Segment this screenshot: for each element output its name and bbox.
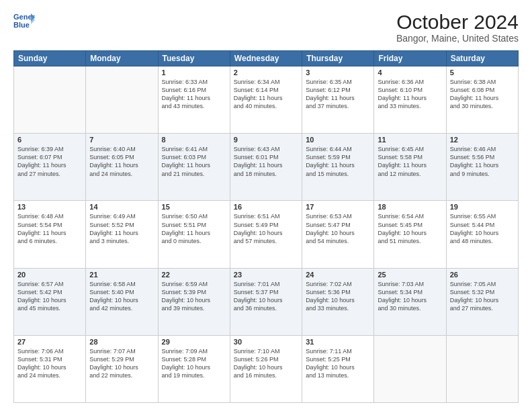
main-title: October 2024: [396, 11, 519, 33]
calendar-week-4: 20Sunrise: 6:57 AMSunset: 5:42 PMDayligh…: [14, 268, 519, 335]
table-row: 29Sunrise: 7:09 AMSunset: 5:28 PMDayligh…: [158, 335, 230, 402]
day-info: Sunrise: 6:34 AMSunset: 6:14 PMDaylight:…: [234, 78, 298, 111]
day-number: 17: [306, 203, 370, 211]
day-info: Sunrise: 7:01 AMSunset: 5:37 PMDaylight:…: [234, 280, 298, 313]
day-number: 14: [89, 203, 154, 211]
day-info: Sunrise: 7:02 AMSunset: 5:36 PMDaylight:…: [306, 280, 370, 313]
col-monday: Monday: [86, 51, 158, 66]
calendar-table: Sunday Monday Tuesday Wednesday Thursday…: [13, 50, 519, 403]
day-info: Sunrise: 6:43 AMSunset: 6:01 PMDaylight:…: [234, 145, 298, 178]
table-row: 14Sunrise: 6:49 AMSunset: 5:52 PMDayligh…: [86, 201, 158, 268]
day-number: 21: [89, 271, 154, 279]
table-row: 7Sunrise: 6:40 AMSunset: 6:05 PMDaylight…: [86, 134, 158, 201]
day-info: Sunrise: 7:07 AMSunset: 5:29 PMDaylight:…: [89, 347, 154, 380]
table-row: 26Sunrise: 7:05 AMSunset: 5:32 PMDayligh…: [446, 268, 518, 335]
day-info: Sunrise: 6:49 AMSunset: 5:52 PMDaylight:…: [89, 212, 154, 245]
day-info: Sunrise: 6:58 AMSunset: 5:40 PMDaylight:…: [89, 280, 154, 313]
day-number: 5: [450, 68, 515, 77]
day-info: Sunrise: 6:40 AMSunset: 6:05 PMDaylight:…: [89, 145, 154, 178]
day-info: Sunrise: 6:55 AMSunset: 5:44 PMDaylight:…: [450, 212, 515, 245]
day-number: 24: [306, 271, 370, 279]
day-info: Sunrise: 6:51 AMSunset: 5:49 PMDaylight:…: [234, 212, 298, 245]
day-number: 13: [17, 203, 82, 211]
day-number: 9: [234, 136, 298, 144]
header: General Blue October 2024 Bangor, Maine,…: [13, 11, 519, 44]
day-number: 27: [17, 338, 82, 346]
table-row: 23Sunrise: 7:01 AMSunset: 5:37 PMDayligh…: [230, 268, 302, 335]
calendar-week-2: 6Sunrise: 6:39 AMSunset: 6:07 PMDaylight…: [14, 134, 519, 201]
table-row: 12Sunrise: 6:46 AMSunset: 5:56 PMDayligh…: [446, 134, 518, 201]
table-row: [14, 66, 86, 134]
day-info: Sunrise: 6:54 AMSunset: 5:45 PMDaylight:…: [378, 212, 442, 245]
table-row: 17Sunrise: 6:53 AMSunset: 5:47 PMDayligh…: [302, 201, 374, 268]
day-number: 12: [450, 136, 515, 144]
day-number: 6: [17, 136, 82, 144]
svg-text:Blue: Blue: [13, 21, 30, 29]
day-number: 31: [306, 338, 370, 346]
day-number: 2: [234, 68, 298, 77]
calendar-week-1: 1Sunrise: 6:33 AMSunset: 6:16 PMDaylight…: [14, 66, 519, 134]
day-info: Sunrise: 6:57 AMSunset: 5:42 PMDaylight:…: [17, 280, 82, 313]
day-number: 1: [162, 68, 226, 77]
table-row: 21Sunrise: 6:58 AMSunset: 5:40 PMDayligh…: [86, 268, 158, 335]
day-info: Sunrise: 6:44 AMSunset: 5:59 PMDaylight:…: [306, 145, 370, 178]
page: General Blue October 2024 Bangor, Maine,…: [0, 0, 532, 411]
day-info: Sunrise: 6:36 AMSunset: 6:10 PMDaylight:…: [378, 78, 442, 111]
day-info: Sunrise: 6:50 AMSunset: 5:51 PMDaylight:…: [162, 212, 226, 245]
day-number: 18: [378, 203, 442, 211]
table-row: 9Sunrise: 6:43 AMSunset: 6:01 PMDaylight…: [230, 134, 302, 201]
day-info: Sunrise: 6:46 AMSunset: 5:56 PMDaylight:…: [450, 145, 515, 178]
day-info: Sunrise: 6:59 AMSunset: 5:39 PMDaylight:…: [162, 280, 226, 313]
table-row: [446, 335, 518, 402]
day-info: Sunrise: 7:09 AMSunset: 5:28 PMDaylight:…: [162, 347, 226, 380]
table-row: 8Sunrise: 6:41 AMSunset: 6:03 PMDaylight…: [158, 134, 230, 201]
day-info: Sunrise: 6:53 AMSunset: 5:47 PMDaylight:…: [306, 212, 370, 245]
table-row: 3Sunrise: 6:35 AMSunset: 6:12 PMDaylight…: [302, 66, 374, 134]
table-row: 16Sunrise: 6:51 AMSunset: 5:49 PMDayligh…: [230, 201, 302, 268]
table-row: 4Sunrise: 6:36 AMSunset: 6:10 PMDaylight…: [374, 66, 446, 134]
col-thursday: Thursday: [302, 51, 374, 66]
calendar-week-3: 13Sunrise: 6:48 AMSunset: 5:54 PMDayligh…: [14, 201, 519, 268]
day-info: Sunrise: 7:06 AMSunset: 5:31 PMDaylight:…: [17, 347, 82, 380]
table-row: 10Sunrise: 6:44 AMSunset: 5:59 PMDayligh…: [302, 134, 374, 201]
day-number: 29: [162, 338, 226, 346]
col-tuesday: Tuesday: [158, 51, 230, 66]
table-row: 30Sunrise: 7:10 AMSunset: 5:26 PMDayligh…: [230, 335, 302, 402]
day-info: Sunrise: 6:39 AMSunset: 6:07 PMDaylight:…: [17, 145, 82, 178]
day-info: Sunrise: 6:33 AMSunset: 6:16 PMDaylight:…: [162, 78, 226, 111]
col-saturday: Saturday: [446, 51, 518, 66]
table-row: [374, 335, 446, 402]
day-info: Sunrise: 7:03 AMSunset: 5:34 PMDaylight:…: [378, 280, 442, 313]
table-row: 31Sunrise: 7:11 AMSunset: 5:25 PMDayligh…: [302, 335, 374, 402]
table-row: 13Sunrise: 6:48 AMSunset: 5:54 PMDayligh…: [14, 201, 86, 268]
day-info: Sunrise: 6:35 AMSunset: 6:12 PMDaylight:…: [306, 78, 370, 111]
table-row: 24Sunrise: 7:02 AMSunset: 5:36 PMDayligh…: [302, 268, 374, 335]
day-number: 7: [89, 136, 154, 144]
day-info: Sunrise: 6:45 AMSunset: 5:58 PMDaylight:…: [378, 145, 442, 178]
day-info: Sunrise: 7:10 AMSunset: 5:26 PMDaylight:…: [234, 347, 298, 380]
table-row: 28Sunrise: 7:07 AMSunset: 5:29 PMDayligh…: [86, 335, 158, 402]
day-number: 11: [378, 136, 442, 144]
day-info: Sunrise: 7:05 AMSunset: 5:32 PMDaylight:…: [450, 280, 515, 313]
day-number: 4: [378, 68, 442, 77]
calendar-header-row: Sunday Monday Tuesday Wednesday Thursday…: [14, 51, 519, 66]
day-number: 26: [450, 271, 515, 279]
table-row: [86, 66, 158, 134]
day-number: 8: [162, 136, 226, 144]
title-area: October 2024 Bangor, Maine, United State…: [396, 11, 519, 44]
day-info: Sunrise: 6:41 AMSunset: 6:03 PMDaylight:…: [162, 145, 226, 178]
subtitle: Bangor, Maine, United States: [396, 33, 519, 44]
day-number: 10: [306, 136, 370, 144]
col-sunday: Sunday: [14, 51, 86, 66]
table-row: 25Sunrise: 7:03 AMSunset: 5:34 PMDayligh…: [374, 268, 446, 335]
table-row: 1Sunrise: 6:33 AMSunset: 6:16 PMDaylight…: [158, 66, 230, 134]
day-number: 20: [17, 271, 82, 279]
day-number: 30: [234, 338, 298, 346]
day-number: 28: [89, 338, 154, 346]
table-row: 22Sunrise: 6:59 AMSunset: 5:39 PMDayligh…: [158, 268, 230, 335]
day-number: 15: [162, 203, 226, 211]
day-number: 22: [162, 271, 226, 279]
day-number: 19: [450, 203, 515, 211]
table-row: 18Sunrise: 6:54 AMSunset: 5:45 PMDayligh…: [374, 201, 446, 268]
table-row: 11Sunrise: 6:45 AMSunset: 5:58 PMDayligh…: [374, 134, 446, 201]
